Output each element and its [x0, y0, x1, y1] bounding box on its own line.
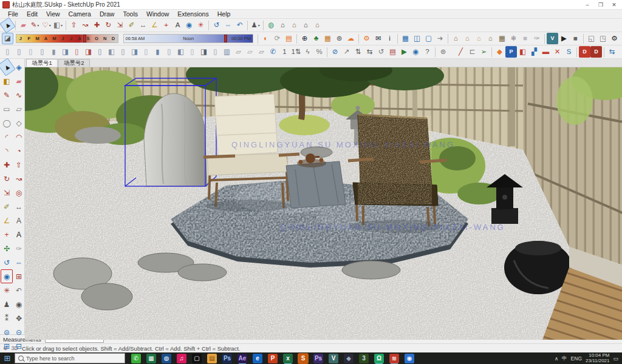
menu-draw[interactable]: Draw [95, 10, 119, 18]
text-tool-icon[interactable]: A [13, 214, 25, 228]
edge-browser-icon[interactable]: e [253, 354, 262, 363]
roof-tool-icon[interactable]: ⌂ [462, 33, 473, 44]
zoom-tool-icon[interactable]: ◉ [1, 269, 13, 283]
enscape-start-icon[interactable]: ◐ [260, 33, 272, 44]
shadow-time-slider[interactable]: 06:58 AM Noon 00:00 PM [123, 34, 253, 43]
restore-button[interactable]: ❐ [594, 2, 607, 8]
settings-gears-icon[interactable]: ⚙ [361, 33, 372, 44]
panels-icon[interactable]: ▤ [283, 33, 295, 44]
percent-icon[interactable]: % [313, 46, 325, 58]
select-tool-icon[interactable]: ▲ [0, 17, 16, 33]
after-effects-app-icon[interactable]: Ae [238, 354, 247, 363]
render-play-icon[interactable]: ▶ [558, 33, 570, 44]
tape-measure-icon[interactable]: ✐ [126, 19, 137, 31]
vray-icon[interactable]: V [547, 33, 558, 44]
door-tool-16[interactable]: ◧ [175, 46, 186, 58]
door-tool-8[interactable]: ◨ [83, 46, 94, 58]
menu-file[interactable]: File [4, 10, 22, 18]
file-explorer-icon[interactable]: ▤ [207, 354, 217, 363]
rectangle-tool-icon[interactable]: ▭ [1, 102, 13, 116]
vray-settings-icon[interactable]: ⚙ [609, 33, 620, 44]
two-point-arc-icon[interactable]: ◠ [13, 130, 25, 144]
render-wheel-icon[interactable]: ⊛ [333, 33, 345, 44]
door-tool-13[interactable]: ▯ [140, 46, 152, 58]
section-plane-icon[interactable]: ✣ [1, 241, 13, 255]
zoom-tool-icon[interactable]: ◉ [183, 19, 195, 31]
section-outline-icon[interactable]: ⊟ [13, 339, 25, 353]
protractor-icon[interactable]: ∠ [149, 19, 160, 31]
render-stop-icon[interactable]: ■ [570, 33, 581, 44]
eraser-tool-icon[interactable]: ▰ [18, 19, 29, 31]
rotate-tool-icon[interactable]: ↻ [103, 19, 114, 31]
polygon-tool-icon[interactable]: ◇ [13, 116, 25, 130]
redirect-arrow-icon[interactable]: ↗ [341, 46, 352, 58]
move-tool-icon[interactable]: ✚ [1, 158, 13, 172]
phone-tool-icon[interactable]: ✆ [267, 46, 279, 58]
zoom-window-icon[interactable]: ⊞ [13, 269, 25, 283]
minimize-button[interactable]: – [581, 2, 594, 8]
table-plugin-icon[interactable]: ▦ [400, 33, 411, 44]
synchronize-icon[interactable]: ⟳ [272, 33, 283, 44]
door-tool-12[interactable]: ◨ [129, 46, 140, 58]
menu-help[interactable]: Help [213, 10, 235, 18]
dimension-tool-icon[interactable]: ↔ [13, 200, 25, 214]
protractor-icon[interactable]: ∠ [1, 214, 13, 228]
previous-view-icon[interactable]: ↶ [234, 19, 245, 31]
wall-tool-icon[interactable]: ⌂ [450, 33, 462, 44]
dropdown-arrow-icon[interactable]: ▾ [61, 24, 63, 27]
orbit-tool-icon[interactable]: ↺ [211, 19, 222, 31]
door-tool-11[interactable]: ▯ [117, 46, 129, 58]
freehand-tool-icon[interactable]: ∿ [13, 88, 25, 102]
look-around-icon[interactable]: ◉ [13, 297, 25, 311]
door-tool-9[interactable]: ▯ [94, 46, 106, 58]
cursor-s-icon[interactable]: ➢ [478, 46, 490, 58]
skew-tool-icon[interactable]: ▱ [233, 46, 244, 58]
sketchup-app-icon[interactable]: S [298, 354, 308, 363]
baidu-app-icon[interactable]: ◉ [405, 354, 414, 363]
excel-app-icon[interactable]: x [283, 354, 293, 363]
door-tool-20[interactable]: ▥ [221, 46, 233, 58]
add-location-icon[interactable]: ◍ [265, 19, 277, 31]
door-tool-5[interactable]: ▮ [48, 46, 60, 58]
move-tool-icon[interactable]: ✚ [91, 19, 103, 31]
vray-app-icon[interactable]: V [329, 354, 338, 363]
green-play-icon[interactable]: ▶ [398, 46, 410, 58]
clamp-plugin-icon[interactable]: ⊏ [466, 46, 478, 58]
tape-measure-icon[interactable]: ✐ [1, 200, 13, 214]
d5-red-icon[interactable]: D [590, 46, 602, 58]
furnish-plugin-icon[interactable]: ◫ [411, 33, 423, 44]
floor-grid-icon[interactable]: ▦ [496, 33, 508, 44]
push-pull-icon[interactable]: ⇧ [68, 19, 80, 31]
tray-expand-icon[interactable]: ∧ [555, 356, 558, 362]
skew-tool-3-icon[interactable]: ▱ [256, 46, 267, 58]
door-tool-4[interactable]: ▯ [36, 46, 48, 58]
reader-app-icon[interactable]: ≋ [389, 354, 399, 363]
photoshop2-app-icon[interactable]: Ps [313, 354, 323, 363]
walk-tool-icon[interactable]: ⁑ [1, 311, 13, 325]
zoom-extents-icon[interactable]: ✳ [195, 19, 207, 31]
batch-render-icon[interactable]: ◳ [597, 33, 609, 44]
steam-app-icon[interactable]: ◍ [162, 354, 171, 363]
taskbar-search[interactable]: Type here to search [15, 353, 125, 363]
red-panel-icon[interactable]: ▤ [387, 46, 398, 58]
s-blue-icon[interactable]: S [563, 46, 575, 58]
number-eleven-icon[interactable]: 1⇅ [290, 46, 302, 58]
model-viewport[interactable]: QINGLINGYUAN SU MOXING XIAZAI WANG QINGL… [25, 67, 622, 334]
arc-tool-icon[interactable]: ◜ [1, 130, 13, 144]
dropdown-arrow-icon[interactable]: ▾ [258, 24, 260, 27]
paint-bucket-icon[interactable]: ◧▾ [52, 19, 64, 31]
circle-tool-icon[interactable]: ◯ [1, 116, 13, 130]
pan-tool-icon[interactable]: ⇔ [222, 19, 234, 31]
gear-outline-icon[interactable]: ⊛ [437, 46, 449, 58]
door-tool-3[interactable]: ▯ [25, 46, 36, 58]
section-fill-icon[interactable]: ⊞ [1, 339, 13, 353]
shadow-month-slider[interactable]: JFMAMJJASOND [16, 34, 118, 43]
pencil-plugin-icon[interactable]: ╱ [455, 46, 466, 58]
powerpoint-app-icon[interactable]: P [268, 354, 278, 363]
loop-icon[interactable]: ↺ [375, 46, 387, 58]
max-app-icon[interactable]: 3 [359, 354, 369, 363]
vegetation-icon[interactable]: ♣ [310, 33, 322, 44]
black-pot[interactable] [504, 241, 572, 294]
follow-me-icon[interactable]: ↝ [13, 172, 25, 186]
music-app-icon[interactable]: ♫ [177, 354, 186, 363]
